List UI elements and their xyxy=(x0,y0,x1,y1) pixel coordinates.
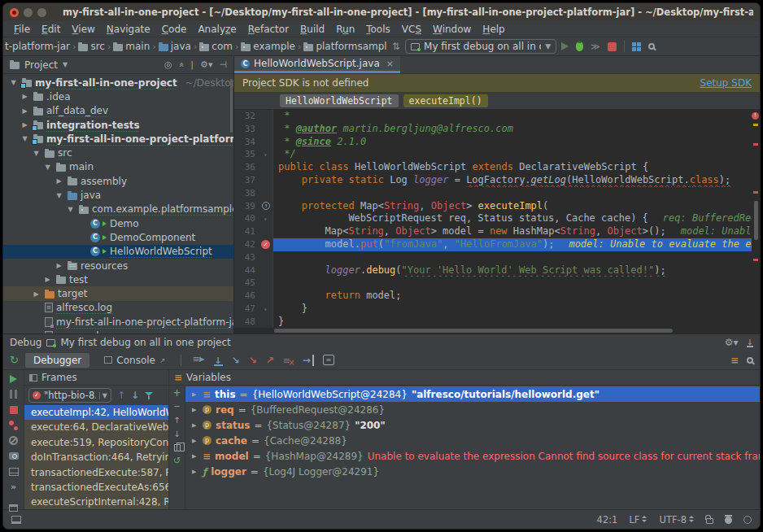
warning-stripe-mark[interactable] xyxy=(753,124,758,126)
frame-row-6[interactable]: executeScriptInternal:428, Rep xyxy=(24,495,168,509)
frame-row-1[interactable]: execute:64, DeclarativeWebSc xyxy=(24,420,168,434)
frame-row-2[interactable]: execute:519, RepositoryContai xyxy=(24,435,168,450)
horizontal-scrollbar-thumb[interactable] xyxy=(274,329,673,333)
breadcrumb-method-chip[interactable]: executeImpl() xyxy=(403,94,488,107)
rerun-icon[interactable]: ↻ xyxy=(10,354,19,366)
tree-scrollbar[interactable] xyxy=(230,79,233,133)
variable-row-status[interactable]: ▶pstatus={Status@24287}"200" xyxy=(185,417,760,433)
chevron-down-icon[interactable]: ▼ xyxy=(42,164,53,171)
line-separator-widget[interactable]: LF xyxy=(629,514,647,525)
gutter[interactable] xyxy=(259,290,273,303)
chevron-right-icon[interactable]: ▶ xyxy=(42,276,53,283)
chevron-right-icon[interactable]: ▶ xyxy=(192,469,198,475)
remove-icon[interactable]: − xyxy=(173,403,180,411)
locate-icon[interactable]: ◎ xyxy=(164,59,172,70)
menu-item-file[interactable]: File xyxy=(8,24,36,35)
stop-button[interactable] xyxy=(608,42,617,51)
menu-item-help[interactable]: Help xyxy=(477,24,510,35)
variable-row-model[interactable]: ▶≡model={HashMap@24289}Unable to evaluat… xyxy=(185,448,760,464)
chevron-right-icon[interactable]: ▶ xyxy=(192,453,198,460)
fold-marker-icon[interactable]: ▾ xyxy=(264,151,268,159)
up-icon[interactable]: ↑ xyxy=(173,416,180,425)
minimize-button[interactable] xyxy=(24,8,33,17)
gutter[interactable] xyxy=(259,277,273,290)
close-icon[interactable]: × xyxy=(386,59,394,69)
step-into-icon[interactable] xyxy=(232,355,240,366)
menu-item-run[interactable]: Run xyxy=(330,24,360,35)
menu-item-edit[interactable]: Edit xyxy=(36,24,66,35)
tree-row-resources[interactable]: ▶resources xyxy=(3,259,233,273)
collapse-all-icon[interactable]: « xyxy=(176,62,186,68)
editor-scrollbar[interactable]: ! xyxy=(752,110,760,334)
tree-row-alf-data-dev[interactable]: ▶alf_data_dev xyxy=(3,104,233,118)
debug-float-icon[interactable] xyxy=(9,498,18,507)
filter-frames-icon[interactable] xyxy=(145,391,153,400)
gutter[interactable] xyxy=(259,316,273,328)
maximize-button[interactable] xyxy=(37,8,46,17)
encoding-widget[interactable]: UTF-8 xyxy=(659,514,695,525)
scrollbar-thumb[interactable] xyxy=(754,201,758,240)
gear-icon[interactable]: ⚙▾ xyxy=(200,59,212,70)
debug-mute-breakpoints-icon[interactable] xyxy=(9,436,18,445)
fold-marker-icon[interactable]: ▾ xyxy=(264,306,268,313)
crumb-t-platform-jar[interactable]: t-platform-jar xyxy=(5,41,70,52)
gutter[interactable] xyxy=(259,187,273,200)
chevron-down-icon[interactable]: ▼ xyxy=(20,135,30,142)
close-button[interactable] xyxy=(10,8,19,17)
menu-item-analyze[interactable]: Analyze xyxy=(192,24,242,35)
tree-row--idea[interactable]: ▶.idea xyxy=(3,89,233,103)
search-icon[interactable] xyxy=(648,43,655,50)
editor-tab[interactable]: C HelloWorldWebScript.java × xyxy=(234,56,400,73)
crumb-src[interactable]: src xyxy=(78,41,105,52)
crumb-com[interactable]: com xyxy=(199,41,233,52)
error-stripe-mark[interactable] xyxy=(753,191,758,194)
menu-item-refactor[interactable]: Refactor xyxy=(242,24,294,35)
menu-item-code[interactable]: Code xyxy=(156,24,193,35)
gutter[interactable] xyxy=(259,161,273,174)
menu-item-tools[interactable]: Tools xyxy=(360,24,396,35)
grid-icon[interactable] xyxy=(632,42,641,51)
gutter[interactable] xyxy=(259,174,273,187)
gutter[interactable] xyxy=(259,264,273,277)
crumb-platformsample[interactable]: platformsample xyxy=(303,41,387,52)
debug-stop-icon[interactable] xyxy=(10,405,18,414)
tab-debugger[interactable]: Debugger xyxy=(25,353,89,368)
gutter[interactable] xyxy=(259,110,273,123)
force-step-into-icon[interactable] xyxy=(249,355,257,366)
thread-select[interactable]: ✓ "http-bio-8... ▼ xyxy=(28,388,111,403)
down-icon[interactable]: ↓ xyxy=(173,430,180,438)
unlock-icon[interactable] xyxy=(706,518,713,524)
gutter[interactable] xyxy=(259,123,273,136)
tree-row-src[interactable]: ▼src xyxy=(3,146,233,159)
coverage-button[interactable] xyxy=(591,41,600,52)
variable-row-cache[interactable]: ▶pcache={Cache@24288} xyxy=(185,433,760,448)
frame-row-3[interactable]: doInTransaction:464, Retrying xyxy=(24,450,168,464)
gutter[interactable] xyxy=(259,251,273,264)
tree-row-democomponent[interactable]: CDemoComponent xyxy=(3,230,233,244)
menu-item-build[interactable]: Build xyxy=(294,24,330,35)
error-stripe-mark[interactable] xyxy=(753,259,758,261)
breakpoint-icon[interactable]: ✓ xyxy=(261,240,270,249)
tree-row-alfresco-log[interactable]: alfresco.log xyxy=(3,301,233,315)
tree-row-com-example-platformsample[interactable]: ▼com.example.platformsample xyxy=(3,203,233,216)
run-button[interactable] xyxy=(561,42,569,50)
chevron-down-icon[interactable]: ▼ xyxy=(31,150,41,157)
override-method-icon[interactable]: ↑ xyxy=(262,202,270,210)
chevron-right-icon[interactable]: ▶ xyxy=(192,438,198,444)
menu-item-window[interactable]: Window xyxy=(427,24,477,35)
tree-row-target[interactable]: ▶target xyxy=(3,286,233,300)
chevron-right-icon[interactable]: ▶ xyxy=(54,262,64,269)
tree-row-helloworldwebscript[interactable]: CHelloWorldWebScript xyxy=(3,245,233,259)
caret-position[interactable]: 42:1 xyxy=(597,514,618,525)
find-icon[interactable] xyxy=(747,357,753,364)
tree-row-assembly[interactable]: ▶assembly xyxy=(3,174,233,188)
tree-row-demo[interactable]: CDemo xyxy=(3,216,233,230)
debug-thread-dump-icon[interactable] xyxy=(9,451,19,460)
fold-marker-icon[interactable]: ▾ xyxy=(264,216,268,223)
debug-layout-icon[interactable] xyxy=(9,467,19,476)
breadcrumb-class-chip[interactable]: HelloWorldWebScript xyxy=(280,94,399,107)
chevron-down-icon[interactable]: ▼ xyxy=(65,206,76,213)
drop-frame-icon[interactable] xyxy=(283,355,294,365)
tree-row-my-first-all-in-one-project[interactable]: ▼my-first-all-in-one-project~/Desktop/my… xyxy=(3,76,233,89)
chevron-right-icon[interactable]: ▶ xyxy=(192,422,198,429)
